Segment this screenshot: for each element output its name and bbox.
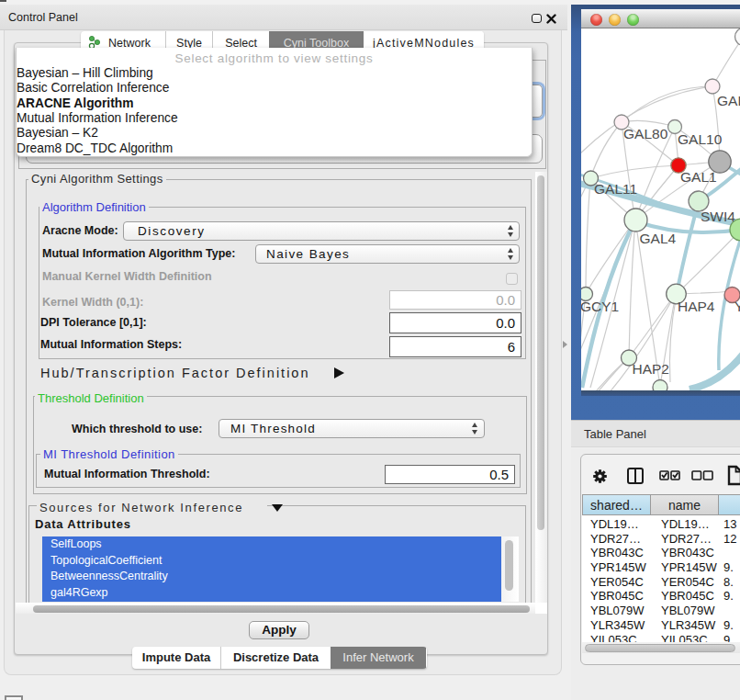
svg-text:SWI4: SWI4 bbox=[701, 209, 735, 224]
svg-text:Y: Y bbox=[734, 299, 740, 314]
svg-text:GAL80: GAL80 bbox=[623, 126, 668, 141]
svg-text:GAL10: GAL10 bbox=[678, 131, 723, 147]
svg-text:GCY1: GCY1 bbox=[581, 299, 619, 314]
svg-text:HAP4: HAP4 bbox=[678, 299, 715, 314]
svg-text:GAL7: GAL7 bbox=[717, 93, 740, 108]
svg-text:GAL11: GAL11 bbox=[594, 181, 637, 197]
svg-text:HAP2: HAP2 bbox=[633, 361, 670, 377]
svg-text:GAL4: GAL4 bbox=[640, 231, 677, 246]
svg-text:GAL1: GAL1 bbox=[680, 169, 717, 185]
